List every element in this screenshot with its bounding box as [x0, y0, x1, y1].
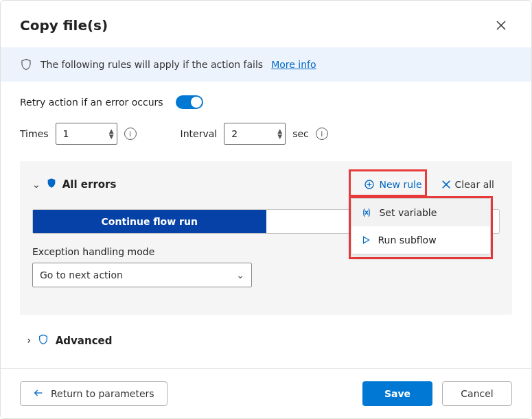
- play-icon: [361, 235, 371, 245]
- info-icon[interactable]: i: [124, 128, 137, 140]
- chevron-right-icon: ⌄: [21, 337, 32, 345]
- info-banner: The following rules will apply if the ac…: [1, 47, 531, 82]
- numrow: Times 1 ▲▼ i Interval 2 ▲▼ sec i: [20, 123, 512, 145]
- menu-set-variable[interactable]: Set variable: [351, 199, 490, 226]
- save-button[interactable]: Save: [362, 381, 432, 406]
- close-icon: [496, 20, 507, 31]
- newrule-menu: Set variable Run subflow: [351, 198, 491, 254]
- stepper-arrows[interactable]: ▲▼: [277, 128, 282, 139]
- menu-run-subflow[interactable]: Run subflow: [351, 226, 490, 254]
- shield-filled-icon: [46, 178, 57, 191]
- variable-icon: [361, 207, 372, 218]
- banner-text: The following rules will apply if the ac…: [41, 59, 263, 70]
- close-button[interactable]: [490, 14, 512, 36]
- x-icon: [441, 180, 451, 189]
- chevron-down-icon: ⌄: [32, 179, 41, 190]
- advanced-toggle[interactable]: ⌄ Advanced: [23, 334, 512, 348]
- panel-title: All errors: [62, 178, 117, 191]
- content: Retry action if an error occurs Times 1 …: [1, 82, 531, 368]
- arrow-left-icon: [33, 387, 44, 400]
- page-title: Copy file(s): [20, 17, 108, 34]
- svg-marker-7: [364, 237, 369, 243]
- cancel-button[interactable]: Cancel: [442, 381, 512, 406]
- times-input[interactable]: 1 ▲▼: [56, 123, 117, 145]
- clear-all-button[interactable]: Clear all: [436, 175, 500, 194]
- stepper-arrows[interactable]: ▲▼: [109, 128, 114, 139]
- dialog-header: Copy file(s): [1, 1, 531, 47]
- dialog-footer: Return to parameters Save Cancel: [1, 368, 531, 418]
- shield-outline-icon: [38, 334, 49, 348]
- dialog: Copy file(s) The following rules will ap…: [0, 0, 532, 419]
- more-info-link[interactable]: More info: [271, 59, 316, 70]
- retry-label: Retry action if an error occurs: [20, 97, 163, 108]
- times-label: Times: [20, 128, 49, 139]
- newrule-wrap: New rule Set variable: [356, 173, 430, 195]
- interval-label: Interval: [181, 128, 218, 139]
- interval-unit: sec: [292, 128, 309, 139]
- retry-row: Retry action if an error occurs: [20, 95, 512, 109]
- all-errors-panel: ⌄ All errors New rule: [20, 161, 512, 315]
- seg-continue[interactable]: Continue flow run: [33, 210, 266, 233]
- info-icon[interactable]: i: [316, 128, 328, 140]
- interval-input[interactable]: 2 ▲▼: [224, 123, 286, 145]
- retry-toggle[interactable]: [176, 95, 203, 109]
- shield-icon: [20, 58, 32, 71]
- panel-title-row[interactable]: ⌄ All errors: [32, 178, 116, 191]
- mode-select[interactable]: Go to next action ⌄: [32, 263, 252, 287]
- return-button[interactable]: Return to parameters: [20, 381, 167, 406]
- chevron-down-icon: ⌄: [236, 270, 244, 280]
- plus-circle-icon: [364, 179, 375, 190]
- new-rule-button[interactable]: New rule: [356, 173, 430, 195]
